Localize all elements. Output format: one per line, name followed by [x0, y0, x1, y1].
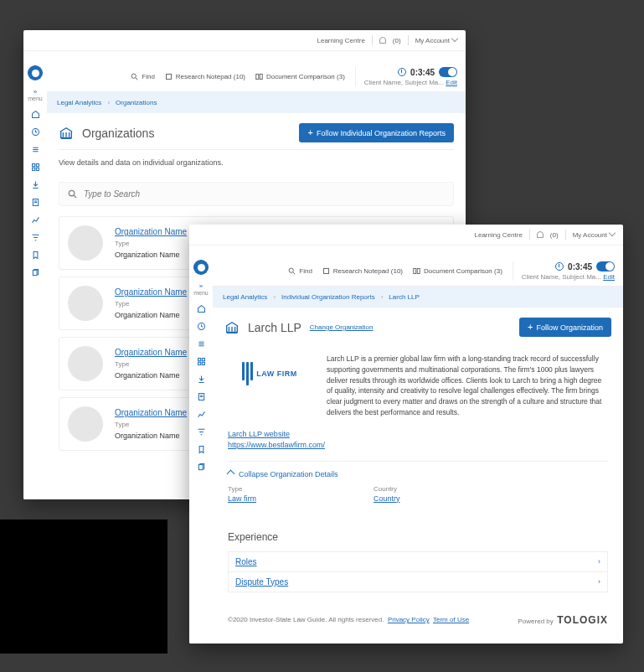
my-account-menu[interactable]: My Account	[415, 36, 457, 44]
country-value-link[interactable]: Country	[374, 494, 400, 503]
client-name: Client Name, Subject Ma...	[522, 273, 601, 281]
terms-link[interactable]: Term of Use	[433, 616, 469, 623]
filter-icon[interactable]	[30, 232, 40, 242]
crumb-legal-analytics[interactable]: Legal Analytics	[57, 99, 101, 106]
notification-count: (0)	[550, 231, 559, 239]
home-icon[interactable]	[30, 109, 40, 119]
toolbar: Find Research Notepad (10) Document Comp…	[47, 62, 466, 92]
my-account-menu[interactable]: My Account	[573, 230, 615, 239]
footer: ©2020 Investor-State Law Guide. All righ…	[213, 602, 623, 638]
org-website-url[interactable]: https://www.bestlawfirm.com/	[228, 441, 608, 449]
menu-toggle[interactable]: » menu	[193, 282, 209, 296]
decorative-block	[0, 520, 167, 654]
home-icon[interactable]	[196, 303, 206, 313]
doc-comparison[interactable]: Document Comparison (3)	[255, 73, 345, 80]
chart-icon[interactable]	[30, 215, 40, 225]
page-header: Larch LLP Change Organization +Follow Or…	[213, 308, 623, 344]
type-value-link[interactable]: Law firm	[228, 494, 256, 503]
crumb-organizations[interactable]: Organizations	[116, 99, 157, 106]
bookmark-icon[interactable]	[196, 444, 206, 454]
doc-comparison[interactable]: Document Comparison (3)	[413, 267, 502, 275]
clock-icon[interactable]	[30, 127, 40, 137]
find-action[interactable]: Find	[288, 267, 312, 275]
timer-toggle[interactable]	[596, 261, 615, 271]
find-action[interactable]: Find	[131, 73, 155, 80]
download-icon[interactable]	[196, 374, 206, 384]
timer-toggle[interactable]	[439, 67, 457, 77]
collapse-details-toggle[interactable]: Collapse Organization Details	[228, 470, 608, 478]
divider	[372, 35, 373, 45]
powered-by-label: Powered by	[518, 618, 554, 625]
breadcrumb: Legal Analytics › Organizations	[47, 92, 466, 113]
menu-toggle[interactable]: » menu	[28, 88, 43, 101]
document-icon[interactable]	[30, 197, 40, 207]
filter-icon[interactable]	[196, 426, 206, 437]
notepad-icon	[165, 73, 173, 80]
page-subtitle: View details and data on individual orga…	[47, 155, 466, 178]
research-notepad[interactable]: Research Notepad (10)	[165, 73, 245, 80]
svg-rect-21	[414, 269, 416, 274]
page-header: Organizations +Follow Individual Organiz…	[47, 113, 466, 149]
org-name-link[interactable]: Organization Name	[115, 227, 187, 236]
svg-rect-20	[323, 269, 328, 274]
document-icon[interactable]	[196, 391, 206, 401]
dispute-types-link[interactable]: Dispute Types	[235, 577, 288, 587]
svg-rect-8	[166, 75, 171, 80]
search-box[interactable]	[59, 182, 454, 206]
experience-roles-row[interactable]: Roles ›	[228, 551, 608, 571]
clock-icon[interactable]	[196, 321, 206, 331]
organization-description: Larch LLP is a premier global law firm w…	[327, 354, 608, 418]
list-icon[interactable]	[30, 144, 40, 154]
copy-icon[interactable]	[30, 267, 40, 277]
privacy-policy-link[interactable]: Privacy Policy	[388, 616, 430, 623]
search-input[interactable]	[84, 189, 445, 199]
svg-point-11	[69, 190, 74, 195]
crumb-reports[interactable]: Individual Organization Reports	[281, 293, 375, 301]
copyright-text: ©2020 Investor-State Law Guide. All righ…	[228, 616, 384, 623]
org-avatar	[68, 346, 103, 381]
svg-rect-9	[256, 75, 259, 80]
search-icon	[68, 189, 77, 199]
app-logo-icon[interactable]	[193, 260, 209, 275]
research-notepad[interactable]: Research Notepad (10)	[322, 267, 403, 275]
change-organization-link[interactable]: Change Organization	[310, 323, 374, 331]
expand-icon: »	[193, 282, 209, 290]
bell-icon[interactable]	[379, 37, 386, 44]
grid-icon[interactable]	[30, 162, 40, 172]
experience-section: Experience Roles › Dispute Types ›	[213, 521, 623, 602]
edit-client-link[interactable]: Edit	[603, 273, 615, 281]
top-utility-bar: Learning Centre (0) My Account	[23, 30, 466, 51]
bookmark-icon[interactable]	[30, 250, 40, 260]
chart-icon[interactable]	[196, 409, 206, 419]
firm-logo-text: LAW FIRM	[256, 370, 297, 378]
experience-dispute-types-row[interactable]: Dispute Types ›	[228, 571, 608, 592]
grid-icon[interactable]	[196, 356, 206, 366]
download-icon[interactable]	[30, 179, 40, 189]
type-label: Type	[115, 421, 187, 428]
copy-icon[interactable]	[196, 462, 206, 472]
chevron-right-icon: ›	[598, 557, 600, 566]
svg-rect-10	[260, 75, 262, 80]
svg-rect-18	[198, 464, 203, 469]
org-name-link[interactable]: Organization Name	[115, 408, 187, 417]
follow-organization-button[interactable]: +Follow Organization	[519, 318, 611, 337]
org-website-label[interactable]: Larch LLP website	[228, 430, 608, 438]
org-name-link[interactable]: Organization Name	[115, 348, 187, 357]
roles-link[interactable]: Roles	[235, 557, 257, 566]
chevron-right-icon: ›	[598, 577, 600, 586]
bell-icon[interactable]	[537, 231, 544, 238]
list-icon[interactable]	[196, 339, 206, 349]
main-content: Find Research Notepad (10) Document Comp…	[213, 256, 623, 644]
follow-reports-button[interactable]: +Follow Individual Organization Reports	[299, 123, 454, 142]
chevron-right-icon: ›	[107, 99, 110, 106]
learning-centre-link[interactable]: Learning Centre	[317, 37, 364, 44]
svg-rect-2	[36, 163, 39, 166]
clock-icon	[398, 68, 406, 76]
org-name-link[interactable]: Organization Name	[115, 287, 187, 297]
crumb-legal-analytics[interactable]: Legal Analytics	[223, 293, 267, 301]
app-logo-icon[interactable]	[28, 65, 43, 80]
country-label: Country	[374, 485, 400, 493]
edit-client-link[interactable]: Edit	[446, 79, 457, 86]
learning-centre-link[interactable]: Learning Centre	[474, 231, 522, 239]
type-value: Organization Name	[115, 371, 187, 380]
